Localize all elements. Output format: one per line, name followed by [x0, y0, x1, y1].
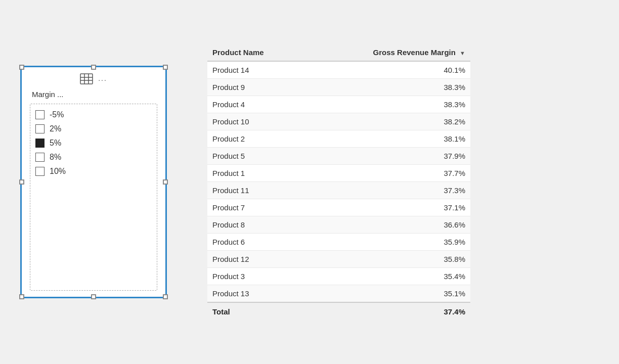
table-row[interactable]: Product 1235.8% — [207, 250, 470, 267]
table-row[interactable]: Product 137.7% — [207, 164, 470, 181]
cell-gross-revenue-margin: 37.9% — [306, 147, 470, 164]
table-footer: Total 37.4% — [207, 302, 470, 321]
cell-product-name: Product 9 — [207, 78, 306, 96]
slicer-label-0: -5% — [50, 110, 64, 119]
slicer-title: Margin ... — [30, 90, 157, 99]
total-label: Total — [207, 302, 306, 321]
cell-gross-revenue-margin: 38.3% — [306, 96, 470, 113]
svg-rect-0 — [80, 74, 93, 84]
data-table: Product Name Gross Revenue Margin ▼ Prod… — [207, 44, 470, 321]
table-row[interactable]: Product 1038.2% — [207, 113, 470, 130]
slicer-item-1[interactable]: 2% — [35, 124, 152, 133]
table-row[interactable]: Product 635.9% — [207, 233, 470, 250]
table-icon — [80, 73, 93, 86]
slicer-checkbox-4[interactable] — [35, 167, 45, 176]
cell-product-name: Product 14 — [207, 61, 306, 79]
slicer-checkbox-0[interactable] — [35, 110, 45, 119]
cell-product-name: Product 6 — [207, 233, 306, 250]
table-row[interactable]: Product 836.6% — [207, 216, 470, 233]
handle-right-mid[interactable] — [163, 179, 168, 185]
cell-product-name: Product 2 — [207, 130, 306, 147]
sort-descending-icon[interactable]: ▼ — [460, 50, 465, 56]
table-row[interactable]: Product 737.1% — [207, 199, 470, 216]
cell-product-name: Product 5 — [207, 147, 306, 164]
handle-top-mid[interactable] — [91, 65, 96, 70]
table-row[interactable]: Product 938.3% — [207, 78, 470, 96]
cell-gross-revenue-margin: 35.9% — [306, 233, 470, 250]
table-body: Product 1440.1%Product 938.3%Product 438… — [207, 61, 470, 302]
cell-product-name: Product 7 — [207, 199, 306, 216]
slicer-item-2[interactable]: 5% — [35, 139, 152, 148]
slicer-label-3: 8% — [50, 153, 61, 162]
slicer-label-2: 5% — [50, 139, 61, 148]
cell-gross-revenue-margin: 35.8% — [306, 250, 470, 267]
cell-product-name: Product 3 — [207, 267, 306, 285]
column-header-product-name: Product Name — [207, 44, 306, 61]
slicer-checkbox-2[interactable] — [35, 139, 45, 148]
table-row[interactable]: Product 1335.1% — [207, 285, 470, 302]
handle-bottom-left[interactable] — [19, 294, 24, 299]
slicer-checkbox-3[interactable] — [35, 153, 45, 162]
total-value: 37.4% — [306, 302, 470, 321]
cell-gross-revenue-margin: 40.1% — [306, 61, 470, 79]
cell-gross-revenue-margin: 38.2% — [306, 113, 470, 130]
cell-product-name: Product 13 — [207, 285, 306, 302]
slicer-label-1: 2% — [50, 124, 61, 133]
table-container: Product Name Gross Revenue Margin ▼ Prod… — [207, 44, 470, 321]
cell-product-name: Product 1 — [207, 164, 306, 181]
slicer-more-button[interactable]: ··· — [98, 76, 107, 84]
cell-product-name: Product 12 — [207, 250, 306, 267]
cell-gross-revenue-margin: 35.1% — [306, 285, 470, 302]
table-header-row: Product Name Gross Revenue Margin ▼ — [207, 44, 470, 61]
handle-top-right[interactable] — [163, 65, 168, 70]
cell-product-name: Product 4 — [207, 96, 306, 113]
handle-bottom-mid[interactable] — [91, 294, 96, 299]
slicer-checkbox-1[interactable] — [35, 124, 45, 133]
table-total-row: Total 37.4% — [207, 302, 470, 321]
slicer-label-4: 10% — [50, 167, 66, 176]
cell-product-name: Product 10 — [207, 113, 306, 130]
column-header-gross-revenue-margin[interactable]: Gross Revenue Margin ▼ — [306, 44, 470, 61]
handle-left-mid[interactable] — [19, 179, 24, 185]
slicer-header: ··· — [30, 73, 157, 86]
cell-gross-revenue-margin: 37.1% — [306, 199, 470, 216]
cell-gross-revenue-margin: 35.4% — [306, 267, 470, 285]
table-row[interactable]: Product 537.9% — [207, 147, 470, 164]
cell-gross-revenue-margin: 36.6% — [306, 216, 470, 233]
cell-gross-revenue-margin: 38.1% — [306, 130, 470, 147]
table-row[interactable]: Product 335.4% — [207, 267, 470, 285]
cell-gross-revenue-margin: 37.7% — [306, 164, 470, 181]
cell-gross-revenue-margin: 37.3% — [306, 181, 470, 199]
handle-bottom-right[interactable] — [163, 294, 168, 299]
table-row[interactable]: Product 238.1% — [207, 130, 470, 147]
slicer-item-3[interactable]: 8% — [35, 153, 152, 162]
cell-gross-revenue-margin: 38.3% — [306, 78, 470, 96]
cell-product-name: Product 8 — [207, 216, 306, 233]
table-row[interactable]: Product 1137.3% — [207, 181, 470, 199]
handle-top-left[interactable] — [19, 65, 24, 70]
slicer-card: ··· Margin ... -5%2%5%8%10% — [20, 66, 167, 298]
slicer-item-0[interactable]: -5% — [35, 110, 152, 119]
table-row[interactable]: Product 1440.1% — [207, 61, 470, 79]
table-row[interactable]: Product 438.3% — [207, 96, 470, 113]
slicer-item-4[interactable]: 10% — [35, 167, 152, 176]
cell-product-name: Product 11 — [207, 181, 306, 199]
slicer-options-container: -5%2%5%8%10% — [30, 104, 157, 291]
